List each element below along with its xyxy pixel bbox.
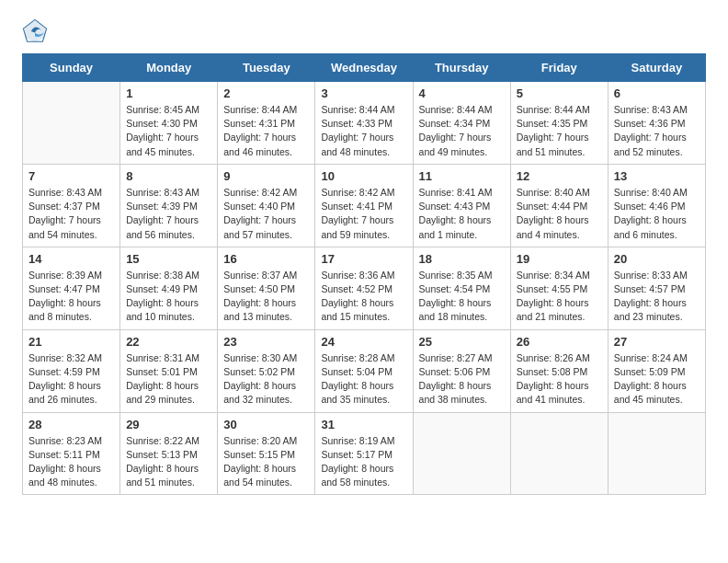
calendar-cell: 29Sunrise: 8:22 AM Sunset: 5:13 PM Dayli… bbox=[120, 412, 218, 495]
day-number: 5 bbox=[517, 86, 602, 100]
day-info: Sunrise: 8:44 AM Sunset: 4:31 PM Dayligh… bbox=[223, 103, 309, 159]
day-number: 8 bbox=[126, 169, 211, 183]
calendar-cell: 26Sunrise: 8:26 AM Sunset: 5:08 PM Dayli… bbox=[510, 329, 608, 412]
day-info: Sunrise: 8:34 AM Sunset: 4:55 PM Dayligh… bbox=[517, 269, 602, 325]
day-info: Sunrise: 8:33 AM Sunset: 4:57 PM Dayligh… bbox=[614, 269, 700, 325]
day-number: 16 bbox=[223, 252, 309, 266]
day-number: 12 bbox=[517, 169, 602, 183]
day-info: Sunrise: 8:19 AM Sunset: 5:17 PM Dayligh… bbox=[321, 434, 406, 490]
day-info: Sunrise: 8:20 AM Sunset: 5:15 PM Dayligh… bbox=[223, 434, 309, 490]
calendar-header-row: SundayMondayTuesdayWednesdayThursdayFrid… bbox=[23, 54, 706, 82]
day-number: 20 bbox=[614, 252, 700, 266]
day-info: Sunrise: 8:28 AM Sunset: 5:04 PM Dayligh… bbox=[321, 351, 406, 408]
calendar-cell: 18Sunrise: 8:35 AM Sunset: 4:54 PM Dayli… bbox=[413, 247, 510, 329]
calendar-cell bbox=[23, 82, 120, 165]
day-header-saturday: Saturday bbox=[608, 54, 705, 82]
calendar-cell: 25Sunrise: 8:27 AM Sunset: 5:06 PM Dayli… bbox=[413, 329, 510, 412]
day-info: Sunrise: 8:42 AM Sunset: 4:40 PM Dayligh… bbox=[223, 186, 309, 242]
day-info: Sunrise: 8:44 AM Sunset: 4:34 PM Dayligh… bbox=[419, 103, 505, 159]
calendar-cell: 9Sunrise: 8:42 AM Sunset: 4:40 PM Daylig… bbox=[218, 164, 315, 247]
day-number: 30 bbox=[223, 418, 309, 431]
calendar-cell: 30Sunrise: 8:20 AM Sunset: 5:15 PM Dayli… bbox=[218, 412, 315, 495]
day-info: Sunrise: 8:44 AM Sunset: 4:33 PM Dayligh… bbox=[321, 103, 406, 159]
calendar-cell: 17Sunrise: 8:36 AM Sunset: 4:52 PM Dayli… bbox=[315, 247, 413, 329]
day-info: Sunrise: 8:23 AM Sunset: 5:11 PM Dayligh… bbox=[28, 434, 114, 490]
calendar-cell bbox=[413, 412, 510, 495]
day-info: Sunrise: 8:44 AM Sunset: 4:35 PM Dayligh… bbox=[517, 103, 602, 159]
calendar-cell: 13Sunrise: 8:40 AM Sunset: 4:46 PM Dayli… bbox=[608, 164, 705, 247]
calendar-cell: 5Sunrise: 8:44 AM Sunset: 4:35 PM Daylig… bbox=[510, 82, 608, 165]
day-number: 29 bbox=[126, 418, 211, 431]
day-number: 31 bbox=[321, 418, 406, 431]
calendar-week-row: 7Sunrise: 8:43 AM Sunset: 4:37 PM Daylig… bbox=[23, 164, 706, 247]
day-number: 28 bbox=[28, 418, 114, 431]
calendar-week-row: 21Sunrise: 8:32 AM Sunset: 4:59 PM Dayli… bbox=[23, 329, 706, 412]
day-number: 1 bbox=[126, 86, 211, 100]
day-info: Sunrise: 8:22 AM Sunset: 5:13 PM Dayligh… bbox=[126, 434, 211, 490]
day-info: Sunrise: 8:38 AM Sunset: 4:49 PM Dayligh… bbox=[126, 269, 211, 325]
day-header-friday: Friday bbox=[510, 54, 608, 82]
calendar-cell: 31Sunrise: 8:19 AM Sunset: 5:17 PM Dayli… bbox=[315, 412, 413, 495]
day-number: 3 bbox=[321, 86, 406, 100]
day-number: 13 bbox=[614, 169, 700, 183]
day-number: 22 bbox=[126, 335, 211, 349]
calendar-table: SundayMondayTuesdayWednesdayThursdayFrid… bbox=[22, 53, 706, 495]
day-number: 4 bbox=[419, 86, 505, 100]
day-info: Sunrise: 8:43 AM Sunset: 4:39 PM Dayligh… bbox=[126, 186, 211, 242]
day-number: 7 bbox=[28, 169, 114, 183]
day-number: 2 bbox=[223, 86, 309, 100]
calendar-cell: 22Sunrise: 8:31 AM Sunset: 5:01 PM Dayli… bbox=[120, 329, 218, 412]
calendar-cell: 28Sunrise: 8:23 AM Sunset: 5:11 PM Dayli… bbox=[23, 412, 120, 495]
calendar-week-row: 28Sunrise: 8:23 AM Sunset: 5:11 PM Dayli… bbox=[23, 412, 706, 495]
day-header-thursday: Thursday bbox=[413, 54, 510, 82]
page-header bbox=[22, 18, 706, 44]
day-info: Sunrise: 8:35 AM Sunset: 4:54 PM Dayligh… bbox=[419, 269, 505, 325]
day-number: 23 bbox=[223, 335, 309, 349]
day-number: 17 bbox=[321, 252, 406, 266]
day-number: 11 bbox=[419, 169, 505, 183]
calendar-cell: 27Sunrise: 8:24 AM Sunset: 5:09 PM Dayli… bbox=[608, 329, 705, 412]
day-info: Sunrise: 8:43 AM Sunset: 4:36 PM Dayligh… bbox=[614, 103, 700, 159]
day-info: Sunrise: 8:41 AM Sunset: 4:43 PM Dayligh… bbox=[419, 186, 505, 242]
day-number: 24 bbox=[321, 335, 406, 349]
day-info: Sunrise: 8:24 AM Sunset: 5:09 PM Dayligh… bbox=[614, 351, 700, 408]
calendar-cell: 16Sunrise: 8:37 AM Sunset: 4:50 PM Dayli… bbox=[218, 247, 315, 329]
calendar-cell: 23Sunrise: 8:30 AM Sunset: 5:02 PM Dayli… bbox=[218, 329, 315, 412]
day-info: Sunrise: 8:45 AM Sunset: 4:30 PM Dayligh… bbox=[126, 103, 211, 159]
day-header-sunday: Sunday bbox=[23, 54, 120, 82]
day-info: Sunrise: 8:31 AM Sunset: 5:01 PM Dayligh… bbox=[126, 351, 211, 408]
calendar-cell: 2Sunrise: 8:44 AM Sunset: 4:31 PM Daylig… bbox=[218, 82, 315, 165]
day-number: 21 bbox=[28, 335, 114, 349]
day-header-tuesday: Tuesday bbox=[218, 54, 315, 82]
calendar-cell: 10Sunrise: 8:42 AM Sunset: 4:41 PM Dayli… bbox=[315, 164, 413, 247]
calendar-cell: 19Sunrise: 8:34 AM Sunset: 4:55 PM Dayli… bbox=[510, 247, 608, 329]
day-info: Sunrise: 8:27 AM Sunset: 5:06 PM Dayligh… bbox=[419, 351, 505, 408]
calendar-cell: 8Sunrise: 8:43 AM Sunset: 4:39 PM Daylig… bbox=[120, 164, 218, 247]
calendar-cell: 12Sunrise: 8:40 AM Sunset: 4:44 PM Dayli… bbox=[510, 164, 608, 247]
calendar-cell: 4Sunrise: 8:44 AM Sunset: 4:34 PM Daylig… bbox=[413, 82, 510, 165]
day-info: Sunrise: 8:39 AM Sunset: 4:47 PM Dayligh… bbox=[28, 269, 114, 325]
day-number: 15 bbox=[126, 252, 211, 266]
day-header-monday: Monday bbox=[120, 54, 218, 82]
day-info: Sunrise: 8:30 AM Sunset: 5:02 PM Dayligh… bbox=[223, 351, 309, 408]
logo-icon bbox=[22, 18, 48, 44]
day-number: 19 bbox=[517, 252, 602, 266]
calendar-cell: 14Sunrise: 8:39 AM Sunset: 4:47 PM Dayli… bbox=[23, 247, 120, 329]
day-info: Sunrise: 8:36 AM Sunset: 4:52 PM Dayligh… bbox=[321, 269, 406, 325]
calendar-cell bbox=[608, 412, 705, 495]
day-number: 14 bbox=[28, 252, 114, 266]
day-info: Sunrise: 8:43 AM Sunset: 4:37 PM Dayligh… bbox=[28, 186, 114, 242]
calendar-cell bbox=[510, 412, 608, 495]
day-info: Sunrise: 8:42 AM Sunset: 4:41 PM Dayligh… bbox=[321, 186, 406, 242]
calendar-cell: 1Sunrise: 8:45 AM Sunset: 4:30 PM Daylig… bbox=[120, 82, 218, 165]
calendar-cell: 20Sunrise: 8:33 AM Sunset: 4:57 PM Dayli… bbox=[608, 247, 705, 329]
logo bbox=[22, 18, 51, 44]
calendar-cell: 3Sunrise: 8:44 AM Sunset: 4:33 PM Daylig… bbox=[315, 82, 413, 165]
calendar-week-row: 14Sunrise: 8:39 AM Sunset: 4:47 PM Dayli… bbox=[23, 247, 706, 329]
day-number: 25 bbox=[419, 335, 505, 349]
day-info: Sunrise: 8:40 AM Sunset: 4:44 PM Dayligh… bbox=[517, 186, 602, 242]
day-header-wednesday: Wednesday bbox=[315, 54, 413, 82]
day-number: 27 bbox=[614, 335, 700, 349]
day-info: Sunrise: 8:40 AM Sunset: 4:46 PM Dayligh… bbox=[614, 186, 700, 242]
calendar-cell: 11Sunrise: 8:41 AM Sunset: 4:43 PM Dayli… bbox=[413, 164, 510, 247]
